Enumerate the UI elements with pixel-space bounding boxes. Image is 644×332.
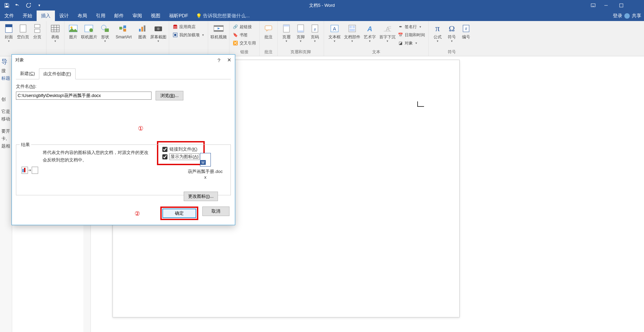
- hyperlink-button[interactable]: 🔗超链接: [233, 23, 256, 31]
- blank-page-button[interactable]: 空白页: [16, 22, 30, 49]
- cancel-button[interactable]: 取消: [202, 207, 229, 216]
- page-number-button[interactable]: #页码▼: [308, 22, 322, 49]
- object-button[interactable]: ◪对象▼: [398, 39, 425, 47]
- avatar-icon[interactable]: [624, 13, 630, 19]
- tab-file[interactable]: 文件: [0, 11, 18, 21]
- tab-references[interactable]: 引用: [92, 11, 110, 21]
- nav-text-2: 它是: [0, 108, 12, 115]
- undo-icon[interactable]: [13, 1, 22, 10]
- wordart-button[interactable]: A艺术字▼: [361, 22, 378, 49]
- smartart-button[interactable]: SmartArt: [113, 22, 135, 49]
- comment-button[interactable]: 批注: [262, 22, 275, 49]
- text-box-button[interactable]: A文本框▼: [326, 22, 343, 49]
- number-button[interactable]: #编号: [459, 22, 473, 49]
- equation-button[interactable]: π公式▼: [431, 22, 444, 49]
- svg-rect-10: [51, 25, 59, 32]
- tab-create-from-file[interactable]: 由文件创建(F): [39, 69, 76, 79]
- footer-button[interactable]: 页脚▼: [294, 22, 307, 49]
- my-addins-button[interactable]: 我的加载项▼: [173, 31, 204, 39]
- minimize-button[interactable]: [598, 0, 613, 11]
- bookmark-button[interactable]: 🔖书签: [233, 31, 256, 39]
- qat-dropdown-icon[interactable]: ▼: [35, 1, 44, 10]
- dialog-title: 对象: [15, 57, 24, 63]
- maximize-button[interactable]: [613, 0, 629, 11]
- result-icon: [20, 149, 39, 191]
- online-video-button[interactable]: 联机视频: [210, 22, 227, 49]
- svg-rect-33: [214, 25, 223, 27]
- tab-foxit[interactable]: 福昕PDF: [165, 11, 193, 21]
- window-buttons: [588, 0, 644, 11]
- screenshot-button[interactable]: 屏幕截图▼: [150, 22, 167, 49]
- chevron-down-icon: ▼: [7, 40, 10, 43]
- svg-rect-47: [349, 29, 355, 31]
- browse-button[interactable]: 浏览(B)...: [156, 91, 183, 100]
- tab-mailings[interactable]: 邮件: [110, 11, 128, 21]
- change-icon-button[interactable]: 更改图标(I)...: [184, 192, 218, 201]
- online-pictures-button[interactable]: 联机图片: [81, 22, 98, 49]
- svg-rect-45: [349, 26, 352, 28]
- shapes-button[interactable]: 形状▼: [98, 22, 112, 49]
- page-break-button[interactable]: 分页: [31, 22, 44, 49]
- dialog-close-button[interactable]: ✕: [227, 57, 232, 63]
- crossref-icon: 🔀: [233, 40, 238, 46]
- tab-insert[interactable]: 插入: [37, 11, 55, 21]
- result-text: 将代表文件内容的图标插入您的文档，对源文件的更改会反映到您的文档中。: [43, 149, 151, 191]
- quick-parts-button[interactable]: 文档部件▼: [344, 22, 361, 49]
- nav-text-4: 要开: [0, 128, 12, 135]
- picture-button[interactable]: 图片: [66, 22, 80, 49]
- svg-rect-37: [283, 25, 289, 26]
- svg-rect-24: [139, 29, 141, 32]
- filename-input[interactable]: [16, 92, 152, 100]
- signature-line-button[interactable]: ✒签名行▼: [398, 23, 425, 31]
- cover-page-button[interactable]: 封面▼: [2, 22, 16, 49]
- close-button[interactable]: [629, 0, 644, 11]
- signature-icon: ✒: [398, 24, 403, 30]
- store-button[interactable]: 应用商店: [173, 23, 204, 31]
- svg-rect-31: [174, 34, 176, 36]
- tab-design[interactable]: 设计: [55, 11, 73, 21]
- symbol-button[interactable]: Ω符号▼: [445, 22, 459, 49]
- quick-access-toolbar: ▼: [0, 1, 44, 10]
- save-icon[interactable]: [2, 1, 12, 10]
- chart-button[interactable]: 图表: [136, 22, 149, 49]
- nav-search[interactable]: 搜: [0, 67, 12, 75]
- filename-label: 文件名(N):: [16, 83, 231, 90]
- svg-point-28: [157, 27, 160, 30]
- ok-button[interactable]: 确定: [162, 209, 196, 218]
- date-time-button[interactable]: 📅日期和时间: [398, 31, 425, 39]
- dialog-help-button[interactable]: ?: [218, 57, 220, 63]
- tell-me-placeholder: 告诉我您想要做什么...: [203, 13, 250, 19]
- tab-view[interactable]: 视图: [146, 11, 165, 21]
- group-comments-label: 批注: [262, 49, 275, 56]
- nav-text-5: 卡,: [0, 135, 12, 142]
- svg-rect-9: [35, 29, 40, 33]
- window-title: 文档5 - Word: [309, 2, 335, 8]
- svg-text:A: A: [333, 26, 336, 32]
- svg-text:A: A: [367, 25, 372, 33]
- drop-cap-button[interactable]: A首字下沉▼: [379, 22, 396, 49]
- svg-rect-25: [141, 27, 143, 32]
- nav-text-3: 移动: [0, 115, 12, 123]
- nav-heading[interactable]: 标题: [0, 75, 12, 82]
- svg-rect-23: [123, 29, 126, 32]
- cross-reference-button[interactable]: 🔀交叉引用: [233, 39, 256, 47]
- signin-link[interactable]: 登录: [613, 13, 622, 19]
- annotation-1: ①: [138, 125, 143, 132]
- share-button[interactable]: 共享: [632, 13, 641, 19]
- object-icon: ◪: [398, 40, 403, 46]
- tab-home[interactable]: 开始: [18, 11, 37, 21]
- icon-preview: 葫芦画瓢手册.docx: [188, 153, 223, 180]
- table-button[interactable]: 表格▼: [48, 22, 62, 49]
- svg-rect-35: [265, 26, 272, 30]
- tab-review[interactable]: 审阅: [128, 11, 146, 21]
- svg-rect-21: [119, 27, 122, 30]
- tab-layout[interactable]: 布局: [73, 11, 92, 21]
- redo-icon[interactable]: [24, 1, 33, 10]
- header-button[interactable]: 页眉▼: [280, 22, 293, 49]
- svg-text:#: #: [314, 27, 316, 32]
- tab-create-new[interactable]: 新建(C): [16, 69, 39, 79]
- ribbon-display-options-icon[interactable]: [588, 0, 598, 11]
- svg-rect-8: [35, 24, 40, 28]
- tell-me-search[interactable]: 💡 告诉我您想要做什么...: [193, 11, 250, 21]
- annotation-2: ②: [135, 210, 140, 217]
